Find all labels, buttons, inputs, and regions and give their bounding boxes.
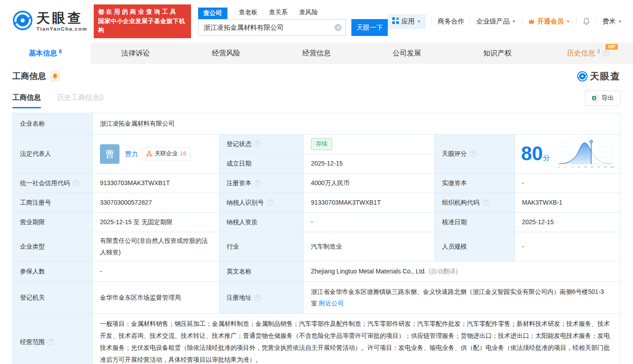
divider — [576, 18, 577, 25]
field-label-industry: 行业 — [219, 232, 304, 261]
field-value-paid-capital: - — [515, 174, 620, 193]
field-value-credit-code: 91330703MAK3TWXB1T — [93, 174, 219, 193]
help-icon[interactable]: ? — [254, 180, 261, 186]
logo-title: 天眼查 — [36, 11, 88, 25]
help-icon[interactable]: ? — [482, 199, 489, 206]
score-distribution-chart: 0131550859799100 — [557, 137, 614, 171]
user-menu[interactable]: 费米 ▼ — [602, 17, 622, 26]
chevron-down-icon: ▼ — [618, 20, 623, 24]
divider — [431, 18, 432, 25]
search-input[interactable] — [198, 19, 346, 36]
field-value-company-type: 有限责任公司(非自然人投资或控股的法人独资) — [93, 232, 219, 261]
help-icon[interactable]: ? — [254, 294, 261, 301]
tab-count: 6 — [59, 48, 62, 55]
nearby-companies-link[interactable]: 附近公司 — [319, 300, 344, 307]
field-value-taxpayer-id: 91330703MAK3TWXB1T — [304, 193, 435, 213]
svg-text:1: 1 — [565, 166, 566, 168]
watermark-logo: 天眼查 — [577, 70, 621, 83]
divider — [596, 18, 597, 25]
auto-translate-note: (自动翻译) — [429, 266, 458, 276]
help-icon[interactable]: ? — [267, 199, 273, 206]
business-cooperation-link[interactable]: 商务合作 — [438, 17, 464, 26]
field-label-reg-number: 工商注册号 — [13, 193, 93, 213]
field-label-legal-rep: 法定代表人 — [13, 135, 93, 174]
svg-text:3: 3 — [572, 166, 573, 168]
search-button[interactable]: 天眼一下 — [351, 19, 388, 36]
subtab-business-info[interactable]: 工商信息 — [12, 93, 41, 108]
tab-label: 历史信息 — [567, 49, 595, 58]
tab-history-info[interactable]: VIP 历史信息 3 ? — [542, 43, 633, 64]
tab-label: 经营风险 — [212, 49, 240, 58]
vip-badge: VIP — [605, 44, 618, 50]
tab-intellectual-property[interactable]: 知识产权 — [452, 43, 543, 64]
notifications-bell[interactable] — [582, 17, 590, 26]
tab-label: 公司发展 — [393, 49, 421, 58]
search-tab-relation[interactable]: 查关系 — [269, 7, 288, 19]
export-button[interactable]: X 导出 — [585, 91, 621, 106]
field-value-org-code: MAK3TWXB-1 — [515, 193, 620, 213]
export-label: 导出 — [601, 94, 614, 102]
score-unit: 分 — [543, 154, 550, 162]
chevron-down-icon: ▼ — [512, 20, 517, 24]
field-label-company-name: 企业名称 — [13, 113, 93, 135]
divider — [522, 18, 522, 25]
legal-rep-name-link[interactable]: 曹力 — [125, 149, 138, 159]
top-header: 天眼查 TianYanCha.com 都在用的商业查询工具 国家中小企业发展子基… — [0, 0, 633, 43]
field-label-business-scope: 经营范围? — [13, 314, 93, 364]
help-icon[interactable]: ? — [470, 150, 476, 157]
field-label-english-name: 英文名称 — [219, 261, 304, 282]
apps-grid-icon — [392, 17, 399, 25]
field-value-address: 浙江省金华市金东区塘雅镇纵三路东侧、金义快速路北侧（浙江金义智园实业有限公司内）… — [304, 282, 620, 314]
tab-operating-info[interactable]: 经营信息 — [271, 43, 362, 64]
field-label-establish-date: 成立日期 — [219, 154, 304, 174]
tab-legal-litigation[interactable]: 法律诉讼 — [91, 43, 181, 64]
search-block: 查公司 查老板 查关系 查风险 ✕ 天眼一下 — [198, 7, 388, 36]
svg-text:97: 97 — [597, 166, 600, 168]
help-icon[interactable]: ? — [72, 180, 79, 186]
related-companies-label: 关联企业 — [155, 149, 178, 158]
score-value: 80 — [521, 142, 543, 164]
main-content: 工商信息 天眼查 工商信息 历史工商信息0 X 导出 企业名称 浙江凌拓金属材料… — [0, 70, 633, 364]
excel-icon: X — [592, 95, 599, 102]
tab-company-development[interactable]: 公司发展 — [362, 43, 452, 64]
field-label-paid-capital: 实缴资本 — [435, 174, 515, 193]
crown-icon — [528, 18, 535, 25]
related-companies-count: 16 — [180, 149, 186, 158]
field-value-business-term: 2025-12-15 至 无固定期限 — [93, 213, 219, 232]
tab-operating-risk[interactable]: 经营风险 — [181, 43, 271, 64]
field-label-taxpayer-id: 纳税人识别号? — [219, 193, 304, 213]
legal-rep-avatar[interactable]: 曹 — [100, 144, 119, 164]
apps-menu[interactable]: 应用 ▼ — [388, 14, 426, 29]
banner-line2: 国家中小企业发展子基金旗下机构 — [98, 17, 187, 36]
field-value-taxpayer-quality: - — [304, 213, 435, 232]
related-companies-badge[interactable]: 关联企业 16 — [142, 147, 191, 161]
field-label-reg-authority: 登记机关 — [13, 282, 93, 314]
field-label-score: 天眼评分? — [435, 135, 515, 174]
chevron-down-icon: ▼ — [417, 20, 422, 24]
field-label-approval-date: 核准日期 — [435, 213, 515, 232]
svg-text:99: 99 — [604, 166, 607, 168]
subtab-history-business-info[interactable]: 历史工商信息0 — [57, 93, 104, 108]
field-value-staff-size: - — [515, 232, 620, 261]
search-tab-company[interactable]: 查公司 — [198, 8, 227, 19]
status-badge: 存续 — [311, 138, 332, 150]
org-network-icon — [146, 150, 152, 157]
tianyancha-logo[interactable]: 天眼查 TianYanCha.com — [12, 10, 88, 32]
watermark-text: 天眼查 — [590, 70, 621, 83]
promo-banner: 都在用的商业查询工具 国家中小企业发展子基金旗下机构 — [94, 4, 191, 39]
field-value-score: 80分 — [515, 135, 620, 174]
tab-basic-info[interactable]: 基本信息 6 — [0, 43, 91, 64]
field-label-company-type: 企业类型 — [13, 232, 93, 261]
search-tab-boss[interactable]: 查老板 — [239, 7, 258, 19]
search-tab-risk[interactable]: 查风险 — [299, 7, 318, 19]
help-icon[interactable]: ? — [603, 50, 609, 56]
business-info-table: 企业名称 浙江凌拓金属材料有限公司 法定代表人 曹 曹力 关联企业 16 登记状… — [12, 113, 621, 364]
enterprise-products-menu[interactable]: 企业级产品 ▼ — [476, 17, 516, 26]
open-vip-menu[interactable]: 开通会员 ▼ — [528, 17, 570, 26]
tab-label: 知识产权 — [483, 49, 512, 58]
help-icon[interactable]: ? — [48, 339, 54, 345]
field-value-approval-date: 2025-12-15 — [515, 213, 620, 232]
help-icon[interactable]: ? — [254, 141, 261, 147]
tab-count: 3 — [597, 48, 600, 55]
monitor-bell-button[interactable] — [50, 71, 60, 82]
